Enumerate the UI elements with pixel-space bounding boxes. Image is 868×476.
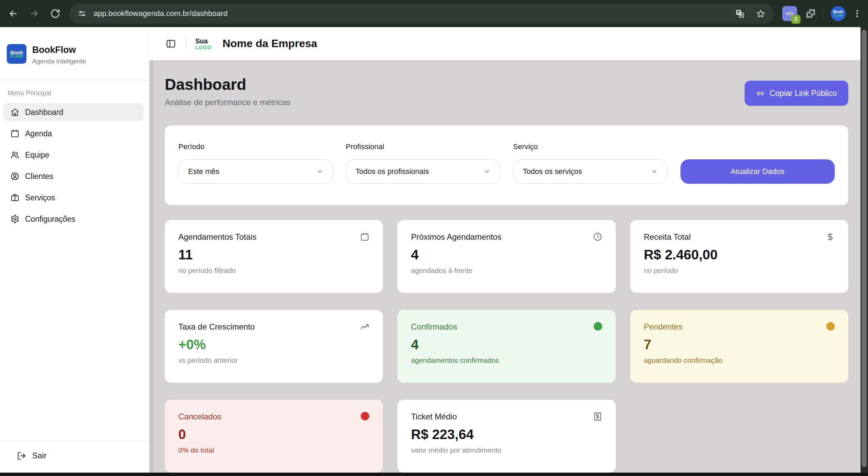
profile-avatar[interactable]: Book FLOW: [831, 6, 846, 21]
stat-card-title: Taxa de Crescimento: [178, 322, 255, 332]
page-scrollbar-thumb[interactable]: [862, 30, 867, 467]
stat-card-title: Ticket Médio: [411, 412, 457, 421]
filter-label: Período: [178, 142, 333, 151]
sidebar-item-label: Equipe: [25, 151, 50, 160]
sidebar-item-dashboard[interactable]: Dashboard: [3, 103, 143, 121]
stat-card-value: 7: [644, 337, 835, 352]
link-icon: [756, 89, 765, 98]
company-logo: Sua LOGO: [195, 38, 212, 50]
status-dot-icon: [594, 322, 602, 331]
brand-name: BookFlow: [32, 45, 86, 55]
stat-card: Cancelados00% do total: [165, 400, 383, 473]
dollar-icon: [826, 232, 835, 241]
periodo-select[interactable]: Este mês: [178, 159, 333, 184]
sidebar-item-configuracoes[interactable]: Configurações: [3, 210, 143, 228]
sidebar-item-label: Serviços: [25, 193, 55, 202]
stat-card-subtitle: no período filtrado: [178, 266, 369, 275]
stat-card-value: +0%: [178, 337, 369, 352]
page-subtitle: Análise de performance e métricas: [165, 98, 291, 107]
logo-text-bottom: FLOW: [10, 54, 23, 58]
status-dot-icon: [826, 322, 835, 331]
company-logo-top: Sua: [195, 38, 212, 44]
extensions-puzzle-icon[interactable]: [806, 9, 815, 18]
filter-label: Profissional: [346, 142, 500, 151]
selected-value: Todos os profissionais: [356, 167, 429, 176]
servico-select[interactable]: Todos os serviços: [513, 159, 668, 184]
main-header: Sua LOGO Nome da Empresa: [150, 27, 861, 60]
circle-user-icon: [11, 172, 19, 181]
toolbar-separator: [823, 8, 823, 19]
sidebar-scrollbar[interactable]: [150, 60, 154, 473]
sidebar-item-agenda[interactable]: Agenda: [3, 124, 143, 143]
copy-public-link-button[interactable]: Copiar Link Público: [745, 81, 848, 106]
stat-card-title: Próximos Agendamentos: [411, 232, 501, 242]
stat-card: Confirmados4agendamentos confirmados: [397, 310, 615, 383]
sidebar-item-label: Dashboard: [25, 108, 63, 117]
logout-button[interactable]: Sair: [17, 451, 149, 460]
bookflow-logo-icon: Book FLOW: [7, 44, 26, 64]
status-dot-icon: [361, 412, 369, 420]
profissional-select[interactable]: Todos os profissionais: [346, 159, 500, 184]
filter-field-periodo: PeríodoEste mês: [178, 142, 333, 184]
reload-icon[interactable]: [50, 8, 60, 19]
sidebar-toggle-icon[interactable]: [166, 39, 176, 49]
sidebar-item-servicos[interactable]: Serviços: [3, 189, 143, 207]
address-bar[interactable]: app.bookflowagenda.com.br/dashboard: [69, 3, 774, 24]
translate-icon[interactable]: [735, 9, 745, 18]
stat-card-subtitle: aguardando confirmação: [644, 356, 835, 364]
filter-label: Serviço: [513, 142, 668, 151]
sidebar-item-label: Configurações: [25, 215, 75, 224]
page-scrollbar[interactable]: [861, 27, 868, 476]
stat-card: Ticket MédioR$ 223,64valor médio por ate…: [397, 400, 615, 473]
filter-field-profissional: ProfissionalTodos os profissionais: [346, 142, 500, 184]
dashboard-content: Dashboard Análise de performance e métri…: [150, 60, 861, 476]
browser-menu-icon[interactable]: [852, 9, 862, 18]
users-icon: [11, 151, 19, 159]
bookmark-star-icon[interactable]: [756, 9, 765, 18]
stat-card-subtitle: no período: [644, 266, 835, 275]
sidebar: Book FLOW BookFlow Agenda Inteligente Me…: [0, 27, 149, 476]
code-extension-icon[interactable]: </> 2: [782, 6, 797, 21]
sidebar-item-equipe[interactable]: Equipe: [3, 146, 143, 164]
sidebar-footer: Sair: [0, 441, 149, 476]
filter-field-servico: ServiçoTodos os serviços: [513, 142, 668, 184]
stat-card-title: Pendentes: [644, 322, 683, 332]
window-bottom-edge: [0, 473, 868, 476]
sidebar-item-clientes[interactable]: Clientes: [3, 167, 143, 185]
stat-card-value: R$ 223,64: [411, 427, 602, 442]
logout-label: Sair: [32, 451, 47, 460]
site-settings-icon[interactable]: [78, 9, 86, 18]
sidebar-brand: Book FLOW BookFlow Agenda Inteligente: [0, 27, 149, 80]
header-separator: [185, 36, 186, 51]
back-icon[interactable]: [8, 8, 18, 19]
briefcase-icon: [11, 193, 19, 202]
selected-value: Todos os serviços: [523, 167, 582, 176]
trending-up-icon: [360, 322, 369, 331]
stats-grid: Agendamentos Totais11no período filtrado…: [165, 220, 848, 473]
logout-icon: [17, 451, 26, 460]
sidebar-item-label: Clientes: [25, 172, 53, 181]
stat-card-title: Confirmados: [411, 322, 457, 332]
calendar-icon: [11, 129, 19, 138]
stat-card: Próximos Agendamentos4agendados à frente: [397, 220, 615, 293]
stat-card-value: R$ 2.460,00: [644, 247, 835, 262]
stat-card-subtitle: valor médio por atendimento: [411, 446, 602, 454]
copy-link-label: Copiar Link Público: [770, 89, 837, 98]
url-text[interactable]: app.bookflowagenda.com.br/dashboard: [94, 9, 735, 18]
sidebar-item-label: Agenda: [25, 129, 52, 138]
sidebar-nav: DashboardAgendaEquipeClientesServiçosCon…: [3, 103, 143, 231]
stat-card-subtitle: 0% do total: [178, 446, 369, 454]
forward-icon[interactable]: [29, 8, 39, 19]
chevron-down-icon: [316, 168, 323, 175]
calendar-icon: [360, 232, 369, 241]
stat-card-value: 0: [178, 427, 369, 442]
update-data-button[interactable]: Atualizar Dados: [680, 159, 835, 184]
stat-card-title: Receita Total: [644, 232, 691, 242]
settings-icon: [11, 215, 19, 223]
receipt-icon: [593, 412, 602, 421]
stat-card-subtitle: vs período anterior: [178, 356, 369, 364]
home-icon: [11, 108, 19, 117]
stat-card-value: 4: [411, 337, 602, 352]
selected-value: Este mês: [188, 167, 219, 176]
company-name: Nome da Empresa: [222, 37, 317, 50]
